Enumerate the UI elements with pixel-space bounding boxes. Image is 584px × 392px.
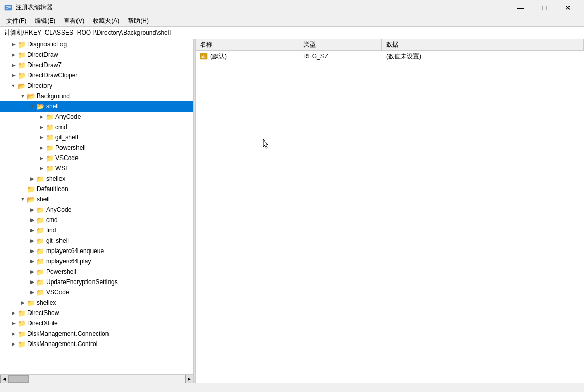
folder-icon-vscode-dir: 📁 [36, 289, 44, 296]
toggle-mplayerc64p[interactable]: ▶ [28, 257, 36, 265]
tree-hscrollbar[interactable]: ◀ ▶ [0, 374, 193, 383]
tree-label-anycode-dir: AnyCode [46, 206, 71, 213]
tree-item-mplayerc64p[interactable]: ▶ 📁 mplayerc64.play [0, 256, 193, 266]
tree-item-directdrawclipper[interactable]: ▶ 📁 DirectDrawClipper [0, 70, 193, 81]
tree-item-directshow[interactable]: ▶ 📁 DirectShow [0, 308, 193, 318]
tree-label-anycode-bg: AnyCode [55, 113, 81, 120]
folder-icon-directshow: 📁 [18, 309, 26, 317]
folder-icon-diagnosticlog: 📁 [18, 41, 26, 48]
tree-scroll[interactable]: ▶ 📁 DiagnosticLog ▶ 📁 DirectDraw ▶ 📁 Dir… [0, 39, 193, 374]
toggle-directshow[interactable]: ▶ [9, 309, 18, 317]
hscroll-left-button[interactable]: ◀ [0, 375, 8, 383]
hscroll-right-button[interactable]: ▶ [185, 375, 193, 383]
table-row[interactable]: ab (默认) REG_SZ (数值未设置) [196, 51, 584, 62]
toggle-diskmanconn[interactable]: ▶ [9, 330, 18, 338]
cell-data: (数值未设置) [382, 51, 584, 62]
toggle-shell-bg[interactable]: ▼ [28, 102, 36, 111]
toggle-gitshell-bg[interactable]: ▶ [37, 133, 45, 142]
menu-edit[interactable]: 编辑(E) [30, 15, 59, 26]
column-header-data[interactable]: 数据 [382, 39, 584, 50]
menu-file[interactable]: 文件(F) [2, 15, 30, 26]
folder-icon-updateenc: 📁 [36, 278, 44, 286]
cell-name: ab (默认) [196, 51, 299, 62]
tree-item-defaulticon[interactable]: ▶ 📁 DefaultIcon [0, 184, 193, 194]
toggle-powershell-bg[interactable]: ▶ [37, 144, 45, 152]
toggle-directory[interactable]: ▼ [9, 82, 18, 90]
toggle-vscode-bg[interactable]: ▶ [37, 154, 45, 162]
toggle-cmd-bg[interactable]: ▶ [37, 123, 45, 131]
tree-item-updateenc[interactable]: ▶ 📁 UpdateEncryptionSettings [0, 277, 193, 287]
tree-item-cmd-bg[interactable]: ▶ 📁 cmd [0, 122, 193, 132]
menu-view[interactable]: 查看(V) [59, 15, 88, 26]
hscroll-track[interactable] [8, 375, 185, 383]
right-panel: 名称 类型 数据 ab (默认) REG_SZ (数值未设置) [196, 39, 584, 383]
tree-label-powershell-bg: Powershell [55, 144, 86, 151]
tree-item-directxfile[interactable]: ▶ 📁 DirectXFile [0, 318, 193, 328]
tree-item-gitshell-bg[interactable]: ▶ 📁 git_shell [0, 132, 193, 143]
menu-favorites[interactable]: 收藏夹(A) [88, 15, 124, 26]
toggle-powershell-dir[interactable]: ▶ [28, 268, 36, 276]
tree-item-anycode-bg[interactable]: ▶ 📁 AnyCode [0, 112, 193, 122]
minimize-button[interactable]: — [509, 0, 532, 15]
tree-item-wsl-bg[interactable]: ▶ 📁 WSL [0, 163, 193, 174]
tree-label-mplayerc64e: mplayerc64.enqueue [46, 247, 104, 255]
tree-item-powershell-bg[interactable]: ▶ 📁 Powershell [0, 143, 193, 153]
tree-item-directory[interactable]: ▼ 📂 Directory [0, 81, 193, 91]
tree-item-background[interactable]: ▼ 📂 Background [0, 91, 193, 101]
tree-item-vscode-dir[interactable]: ▶ 📁 VSCode [0, 287, 193, 297]
maximize-button[interactable]: □ [532, 0, 556, 15]
hscroll-thumb[interactable] [8, 375, 29, 383]
table-body: ab (默认) REG_SZ (数值未设置) [196, 51, 584, 383]
tree-item-find-dir[interactable]: ▶ 📁 find [0, 225, 193, 236]
tree-item-shell-dir[interactable]: ▼ 📂 shell [0, 194, 193, 205]
folder-icon-powershell-bg: 📁 [45, 144, 54, 151]
folder-icon-defaulticon: 📁 [27, 185, 35, 193]
toggle-find-dir[interactable]: ▶ [28, 226, 36, 234]
folder-icon-gitshell-dir: 📁 [36, 237, 44, 244]
tree-item-anycode-dir[interactable]: ▶ 📁 AnyCode [0, 205, 193, 215]
tree-item-cmd-dir[interactable]: ▶ 📁 cmd [0, 215, 193, 225]
toggle-anycode-bg[interactable]: ▶ [37, 113, 45, 121]
folder-icon-shell-dir: 📂 [27, 196, 35, 203]
column-header-type[interactable]: 类型 [299, 39, 382, 50]
toggle-directxfile[interactable]: ▶ [9, 319, 18, 327]
folder-icon-directory: 📂 [18, 82, 26, 89]
tree-item-gitshell-dir[interactable]: ▶ 📁 git_shell [0, 236, 193, 246]
toggle-directdraw7[interactable]: ▶ [9, 61, 18, 69]
toggle-cmd-dir[interactable]: ▶ [28, 216, 36, 224]
tree-item-mplayerc64e[interactable]: ▶ 📁 mplayerc64.enqueue [0, 246, 193, 256]
tree-item-shellex-bg[interactable]: ▶ 📁 shellex [0, 174, 193, 184]
tree-item-directdraw[interactable]: ▶ 📁 DirectDraw [0, 50, 193, 60]
toggle-shellex-bg[interactable]: ▶ [28, 175, 36, 183]
toggle-gitshell-dir[interactable]: ▶ [28, 237, 36, 245]
tree-item-diskmancont[interactable]: ▶ 📁 DiskManagement.Control [0, 339, 193, 349]
tree-item-shell-bg[interactable]: ▼ 📂 shell [0, 101, 193, 112]
toggle-updateenc[interactable]: ▶ [28, 278, 36, 286]
column-header-name[interactable]: 名称 [196, 39, 299, 50]
window-controls: — □ ✕ [509, 0, 580, 15]
tree-item-diagnosticlog[interactable]: ▶ 📁 DiagnosticLog [0, 39, 193, 50]
tree-item-directdraw7[interactable]: ▶ 📁 DirectDraw7 [0, 60, 193, 70]
toggle-directdraw[interactable]: ▶ [9, 51, 18, 59]
toggle-background[interactable]: ▼ [19, 92, 27, 100]
toggle-mplayerc64e[interactable]: ▶ [28, 247, 36, 255]
tree-item-powershell-dir[interactable]: ▶ 📁 Powershell [0, 266, 193, 277]
tree-label-shell-dir: shell [37, 196, 50, 203]
tree-label-powershell-dir: Powershell [46, 268, 76, 275]
menu-help[interactable]: 帮助(H) [124, 15, 153, 26]
toggle-diagnosticlog[interactable]: ▶ [9, 40, 18, 49]
toggle-shell-dir[interactable]: ▼ [19, 195, 27, 203]
folder-icon-cmd-bg: 📁 [45, 123, 54, 131]
tree-label-updateenc: UpdateEncryptionSettings [46, 278, 118, 286]
tree-item-shellex-dir[interactable]: ▶ 📁 shellex [0, 297, 193, 308]
close-button[interactable]: ✕ [556, 0, 580, 15]
tree-label-wsl-bg: WSL [55, 165, 69, 172]
toggle-shellex-dir[interactable]: ▶ [19, 299, 27, 307]
tree-item-diskmanconn[interactable]: ▶ 📁 DiskManagement.Connection [0, 328, 193, 339]
toggle-diskmancont[interactable]: ▶ [9, 340, 18, 348]
toggle-directdrawclipper[interactable]: ▶ [9, 71, 18, 80]
tree-item-vscode-bg[interactable]: ▶ 📁 VSCode [0, 153, 193, 163]
toggle-vscode-dir[interactable]: ▶ [28, 288, 36, 296]
toggle-anycode-dir[interactable]: ▶ [28, 206, 36, 214]
toggle-wsl-bg[interactable]: ▶ [37, 164, 45, 173]
